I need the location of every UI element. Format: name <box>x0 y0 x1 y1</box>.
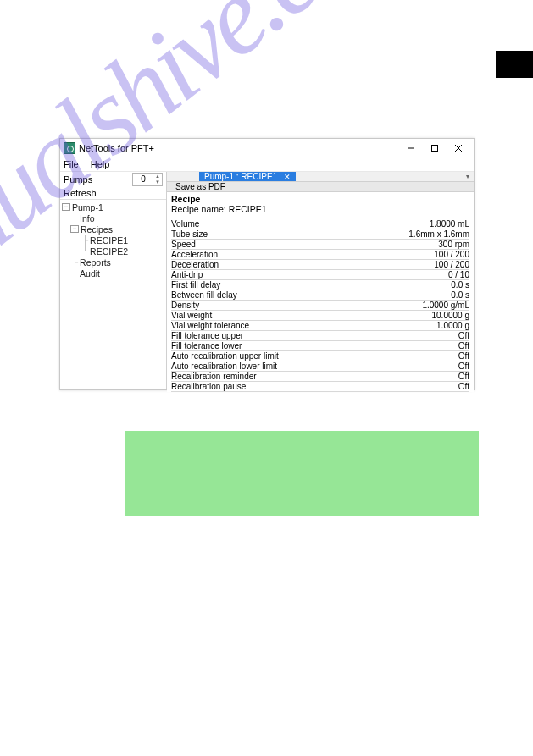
property-value: Off <box>362 351 469 361</box>
property-label: Anti-drip <box>171 270 362 280</box>
table-row: First fill delay0.0 s <box>171 280 469 290</box>
property-value: 1.0000 g/mL <box>362 301 469 311</box>
property-label: Auto recalibration upper limit <box>171 351 362 361</box>
property-label: Recalibration pause <box>171 382 362 392</box>
black-corner-block <box>496 51 533 78</box>
table-row: Anti-drip0 / 10 <box>171 270 469 280</box>
table-row: Recalibration reminderOff <box>171 372 469 382</box>
property-value: Off <box>362 341 469 351</box>
property-label: Volume <box>171 219 362 229</box>
table-row: Deceleration100 / 200 <box>171 260 469 270</box>
window-title: NetTools for PFT+ <box>79 143 399 153</box>
pumps-value: 0 <box>133 174 153 185</box>
property-label: Recalibration reminder <box>171 372 362 382</box>
property-value: Off <box>362 331 469 341</box>
tree-node-recipe2[interactable]: └RECIPE2 <box>62 246 164 257</box>
property-value: 100 / 200 <box>362 260 469 270</box>
property-label: Between fill delay <box>171 290 362 301</box>
tree-node-info[interactable]: └Info <box>62 212 164 223</box>
property-value: 1.8000 mL <box>362 219 469 229</box>
pumps-label: Pumps <box>64 174 132 185</box>
tree-node-reports[interactable]: ├Reports <box>62 257 164 268</box>
svg-rect-1 <box>432 145 438 151</box>
property-label: Vial weight tolerance <box>171 321 362 331</box>
property-label: Deceleration <box>171 260 362 270</box>
property-label: First fill delay <box>171 280 362 290</box>
tree-node-recipes[interactable]: −Recipes <box>62 223 164 235</box>
spinner-down-icon[interactable]: ▼ <box>153 179 162 185</box>
tab-label: Pump-1 : RECIPE1 <box>204 172 277 181</box>
table-row: Speed300 rpm <box>171 240 469 250</box>
property-value: Off <box>362 372 469 382</box>
property-value: Off <box>362 382 469 392</box>
table-row: Density1.0000 g/mL <box>171 301 469 311</box>
menu-file[interactable]: File <box>64 159 79 169</box>
property-value: 1.0000 g <box>362 321 469 331</box>
property-value: 300 rpm <box>362 240 469 250</box>
tab-dropdown-icon[interactable]: ▾ <box>462 172 474 181</box>
tab-strip: Pump-1 : RECIPE1 ✕ ▾ <box>167 172 474 181</box>
pumps-spinner[interactable]: 0 ▲▼ <box>132 173 163 186</box>
property-label: Fill tolerance upper <box>171 331 362 341</box>
close-button[interactable] <box>447 140 470 157</box>
app-icon <box>64 142 75 154</box>
property-label: Auto recalibration lower limit <box>171 361 362 372</box>
property-label: Fill tolerance lower <box>171 341 362 351</box>
table-row: Acceleration100 / 200 <box>171 250 469 260</box>
table-row: Recalibration pauseOff <box>171 382 469 392</box>
property-value: 10.0000 g <box>362 311 469 321</box>
table-row: Vial weight tolerance1.0000 g <box>171 321 469 331</box>
table-row: Fill tolerance lowerOff <box>171 341 469 351</box>
device-tree: −Pump-1 └Info −Recipes ├RECIPE1 └RECIPE2… <box>60 200 166 389</box>
collapse-icon[interactable]: − <box>70 225 79 233</box>
refresh-button[interactable]: Refresh <box>64 188 97 198</box>
tree-node-pump1[interactable]: −Pump-1 <box>62 201 164 212</box>
property-value: 0.0 s <box>362 280 469 290</box>
minimize-button[interactable] <box>399 140 423 157</box>
recipe-heading: Recipe <box>171 194 469 204</box>
table-row: Auto recalibration upper limitOff <box>171 351 469 361</box>
property-label: Density <box>171 301 362 311</box>
recipe-properties-table: Volume1.8000 mLTube size1.6mm x 1.6mmSpe… <box>171 219 469 392</box>
table-row: Between fill delay0.0 s <box>171 290 469 301</box>
title-bar: NetTools for PFT+ <box>60 139 474 157</box>
table-row: Vial weight10.0000 g <box>171 311 469 321</box>
menu-bar: File Help <box>60 157 474 172</box>
app-window: NetTools for PFT+ File Help Pumps 0 ▲▼ R… <box>59 138 475 390</box>
maximize-button[interactable] <box>423 140 447 157</box>
property-label: Vial weight <box>171 311 362 321</box>
tab-recipe1[interactable]: Pump-1 : RECIPE1 ✕ <box>199 172 296 181</box>
property-label: Speed <box>171 240 362 250</box>
property-value: Off <box>362 361 469 372</box>
table-row: Tube size1.6mm x 1.6mm <box>171 229 469 240</box>
tree-node-audit[interactable]: └Audit <box>62 268 164 279</box>
tree-node-recipe1[interactable]: ├RECIPE1 <box>62 235 164 246</box>
collapse-icon[interactable]: − <box>62 203 70 211</box>
main-panel: Pump-1 : RECIPE1 ✕ ▾ Save as PDF Recipe … <box>167 172 474 389</box>
green-highlight-block <box>125 431 479 516</box>
property-label: Tube size <box>171 229 362 240</box>
menu-help[interactable]: Help <box>91 159 110 169</box>
property-value: 1.6mm x 1.6mm <box>362 229 469 240</box>
save-as-pdf-button[interactable]: Save as PDF <box>175 182 225 191</box>
property-label: Acceleration <box>171 250 362 260</box>
tab-close-icon[interactable]: ✕ <box>284 173 291 181</box>
table-row: Volume1.8000 mL <box>171 219 469 229</box>
property-value: 0.0 s <box>362 290 469 301</box>
recipe-name: Recipe name: RECIPE1 <box>171 204 469 214</box>
property-value: 100 / 200 <box>362 250 469 260</box>
table-row: Auto recalibration lower limitOff <box>171 361 469 372</box>
spinner-up-icon[interactable]: ▲ <box>153 174 162 179</box>
recipe-content: Recipe Recipe name: RECIPE1 Volume1.8000… <box>167 192 474 392</box>
table-row: Fill tolerance upperOff <box>171 331 469 341</box>
sidebar: Pumps 0 ▲▼ Refresh −Pump-1 └Info −Recipe… <box>60 172 167 389</box>
property-value: 0 / 10 <box>362 270 469 280</box>
